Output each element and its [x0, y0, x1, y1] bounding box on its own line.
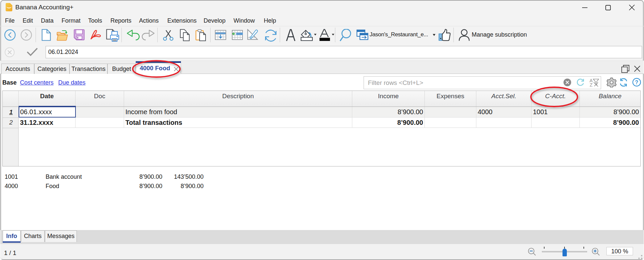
svg-text:?: ?: [635, 80, 638, 85]
svg-text:Z: Z: [590, 82, 593, 87]
